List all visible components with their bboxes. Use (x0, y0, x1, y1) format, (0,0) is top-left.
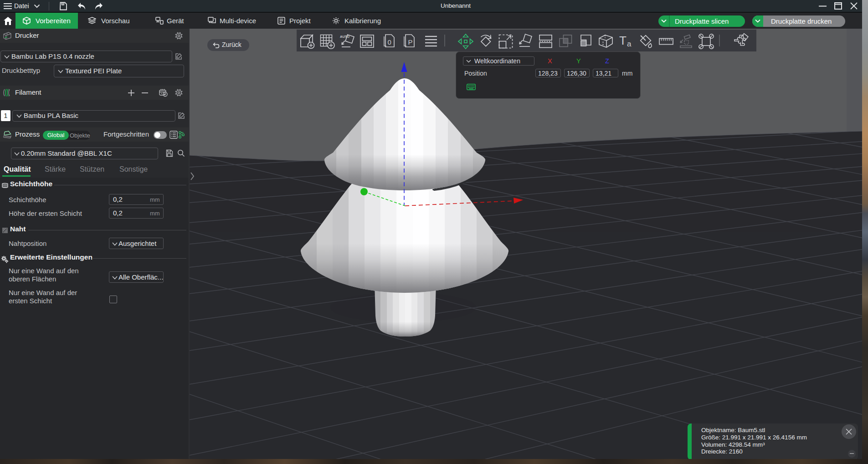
svg-text:AUTO: AUTO (340, 35, 349, 39)
svg-text:a: a (627, 40, 632, 48)
svg-text:T: T (619, 34, 627, 47)
svg-text:P: P (408, 38, 413, 46)
svg-text:0: 0 (388, 38, 391, 46)
